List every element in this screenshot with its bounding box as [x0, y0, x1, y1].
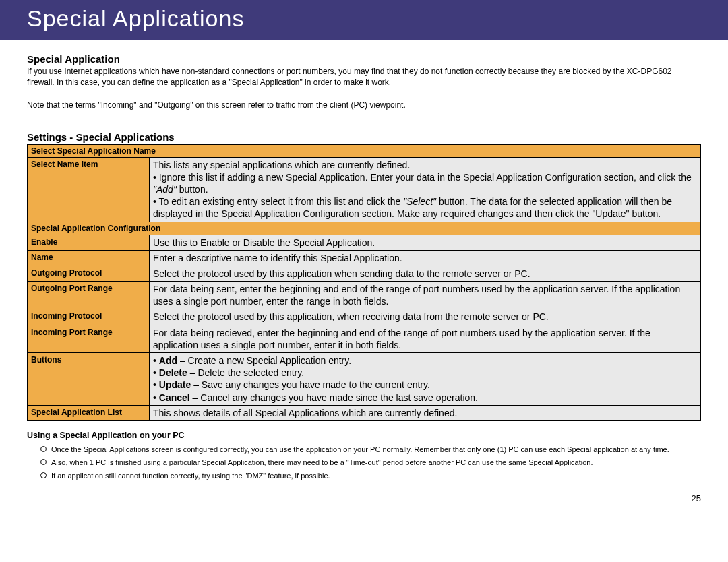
button-desc-line: • Add – Create a new Special Application…: [153, 354, 697, 367]
row-value: Select the protocol used by this applica…: [150, 266, 701, 281]
table-row: Outgoing Protocol Select the protocol us…: [28, 266, 701, 281]
page-header: Special Applications: [0, 0, 728, 40]
table-row: Name Enter a descriptive name to identif…: [28, 250, 701, 266]
row-bullet: • Ignore this list if adding a new Speci…: [153, 171, 697, 195]
row-label: Name: [28, 250, 150, 266]
section-heading-settings: Settings - Special Applications: [27, 131, 701, 143]
row-label: Incoming Protocol: [28, 309, 150, 325]
row-text-line: This lists any special applications whic…: [153, 159, 697, 171]
row-label: Enable: [28, 235, 150, 250]
table-row: Enable Use this to Enable or Disable the…: [28, 235, 701, 250]
row-value: For data being sent, enter the beginning…: [150, 282, 701, 309]
intro-paragraph: If you use Internet applications which h…: [27, 66, 701, 88]
table-row: Buttons • Add – Create a new Special App…: [28, 353, 701, 406]
table-row: Outgoing Port Range For data being sent,…: [28, 282, 701, 309]
row-label: Outgoing Port Range: [28, 282, 150, 309]
row-value: • Add – Create a new Special Application…: [150, 353, 701, 406]
row-value: For data being recieved, enter the begin…: [150, 325, 701, 352]
button-desc-line: • Update – Save any changes you have mad…: [153, 379, 697, 391]
table-section-header-row: Select Special Application Name: [28, 144, 701, 157]
page-number: 25: [0, 490, 728, 510]
row-label: Special Application List: [28, 405, 150, 420]
row-label: Select Name Item: [28, 157, 150, 222]
row-value: This lists any special applications whic…: [150, 157, 701, 222]
using-heading: Using a Special Application on your PC: [27, 431, 701, 440]
list-item: Once the Special Applications screen is …: [40, 444, 701, 456]
row-value: Enter a descriptive name to identify thi…: [150, 250, 701, 266]
button-desc-line: • Cancel – Cancel any changes you have m…: [153, 392, 697, 404]
table-section-header-row: Special Application Configuration: [28, 222, 701, 235]
section-heading-special-application: Special Application: [27, 53, 701, 65]
using-list: Once the Special Applications screen is …: [40, 444, 701, 482]
table-row: Incoming Protocol Select the protocol us…: [28, 309, 701, 325]
settings-table: Select Special Application Name Select N…: [27, 144, 701, 421]
row-value: Select the protocol used by this applica…: [150, 309, 701, 325]
group-header-config: Special Application Configuration: [28, 222, 701, 235]
content-area: Special Application If you use Internet …: [0, 40, 728, 490]
row-label: Buttons: [28, 353, 150, 406]
row-bullet: • To edit an existing entry select it fr…: [153, 195, 697, 220]
list-item: If an application still cannot function …: [40, 470, 701, 482]
note-paragraph: Note that the terms "Incoming" and "Outg…: [27, 100, 701, 111]
page-header-title: Special Applications: [27, 5, 244, 31]
table-row: Incoming Port Range For data being recie…: [28, 325, 701, 352]
group-header-select-name: Select Special Application Name: [28, 144, 701, 157]
button-desc-line: • Delete – Delete the selected entry.: [153, 367, 697, 379]
row-label: Outgoing Protocol: [28, 266, 150, 281]
table-row: Special Application List This shows deta…: [28, 405, 701, 420]
row-label: Incoming Port Range: [28, 325, 150, 352]
table-row: Select Name Item This lists any special …: [28, 157, 701, 222]
row-value: This shows details of all Special Applic…: [150, 405, 701, 420]
row-value: Use this to Enable or Disable the Specia…: [150, 235, 701, 250]
list-item: Also, when 1 PC is finished using a part…: [40, 457, 701, 468]
